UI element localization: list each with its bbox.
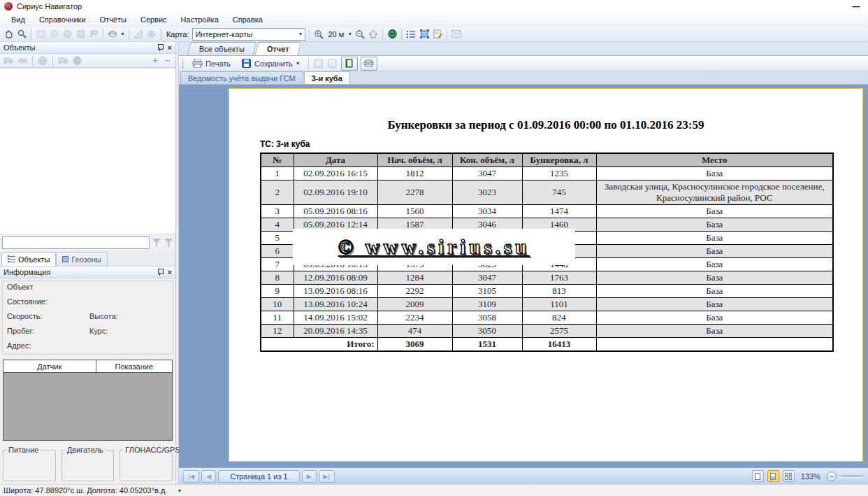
tab-geozones[interactable]: Геозоны <box>56 252 107 266</box>
ruler-icon[interactable] <box>133 29 144 40</box>
window-title: Сириус Навигатор <box>17 2 82 10</box>
tab-objects[interactable]: Объекты <box>1 252 56 266</box>
flag-icon[interactable] <box>88 29 99 40</box>
filter-input[interactable] <box>2 236 150 249</box>
map-select[interactable]: Интернет-карты ▼ <box>192 28 305 41</box>
single-page-view-button[interactable] <box>752 470 764 482</box>
save-button[interactable]: Сохранить ▼ <box>237 57 304 70</box>
report-tab-bar: Ведомость учёта выдачи ГСМ 3-и куба <box>179 71 868 85</box>
cell-number: 10 <box>261 298 294 311</box>
toolbar-separator <box>32 55 33 66</box>
minimize-button[interactable]: — <box>848 2 864 10</box>
select-circle-icon[interactable] <box>62 29 73 40</box>
first-page-button[interactable]: |◀ <box>183 470 199 483</box>
sensor-col-name: Датчик <box>3 360 96 372</box>
watermark-text: © www.sirius.su <box>338 236 530 259</box>
col-bunkering: Бункеровка, л <box>522 153 596 167</box>
table-row: 10 13.09.2016 10:24 2009 3109 1101 База <box>261 298 833 311</box>
menu-item[interactable]: Отчёты <box>93 14 133 25</box>
collapse-all-icon[interactable]: − <box>163 55 173 66</box>
pin-icon[interactable] <box>157 44 163 51</box>
fit-width-icon <box>770 473 776 480</box>
menu-item[interactable]: Справка <box>226 14 270 25</box>
info-address-label: Адрес: <box>7 341 89 350</box>
tab-report[interactable]: Отчет <box>255 42 301 55</box>
toolbar-separator <box>401 29 402 40</box>
show-on-map-icon[interactable] <box>37 55 48 66</box>
toolbar-separator <box>308 58 309 69</box>
save-icon <box>240 58 252 69</box>
zoom-tool-icon[interactable] <box>16 29 27 40</box>
zoom-slider[interactable] <box>840 475 864 477</box>
select-polygon-icon[interactable] <box>48 29 59 40</box>
cell-place: База <box>596 311 833 325</box>
filter-clear-icon[interactable] <box>164 239 173 247</box>
glonass-group: ГЛОНАСС/GPS <box>120 450 173 481</box>
help-icon[interactable]: ? <box>327 58 338 69</box>
cell-bunkering: 745 <box>522 180 596 205</box>
tab-3-kuba[interactable]: 3-и куба <box>304 71 350 84</box>
scale-value[interactable]: 20 м <box>326 30 345 38</box>
cell-number: 2 <box>261 180 294 205</box>
layers-caret-icon[interactable]: ▼ <box>120 31 125 36</box>
multi-page-icon <box>785 473 792 480</box>
fit-width-view-button[interactable] <box>767 470 779 482</box>
zoom-out-button[interactable]: − <box>827 472 837 481</box>
scale-caret-icon[interactable]: ▼ <box>347 31 352 36</box>
home-icon[interactable] <box>368 29 379 40</box>
menu-item[interactable]: Вид <box>4 14 32 25</box>
select-rect-icon[interactable] <box>35 29 46 40</box>
prev-page-button[interactable]: ◀ <box>201 470 216 483</box>
status-caret-icon[interactable]: ▼ <box>177 488 182 493</box>
table-row: 12 20.09.2016 14:35 474 3050 2575 База <box>261 325 833 338</box>
cell-number: 3 <box>261 205 294 218</box>
binoculars-icon[interactable] <box>17 55 28 66</box>
close-icon[interactable]: × <box>168 269 172 276</box>
info-altitude-label: Высота: <box>89 312 118 320</box>
add-vehicle-icon[interactable] <box>3 55 14 66</box>
geozones-icon[interactable] <box>419 29 430 40</box>
layers-icon[interactable] <box>107 29 118 40</box>
globe-icon[interactable] <box>386 29 398 40</box>
tab-all-objects[interactable]: Все объекты <box>187 42 257 55</box>
track-icon[interactable] <box>146 29 157 40</box>
page-setup-icon[interactable] <box>313 58 324 69</box>
watermark: © www.sirius.su <box>293 229 575 265</box>
globe-small-icon[interactable] <box>71 55 82 66</box>
main-toolbar: ▼ Карта: Интернет-карты ▼ 20 м ▼ <box>0 27 868 42</box>
objects-panel-header: Объекты × <box>0 42 175 54</box>
menu-item[interactable]: Сервис <box>133 14 174 25</box>
zoom-in-icon[interactable] <box>313 29 324 40</box>
cell-date: 13.09.2016 10:24 <box>294 298 377 311</box>
select-square-icon[interactable] <box>75 29 86 40</box>
table-row: 3 05.09.2016 08:16 1560 3034 1474 База <box>261 205 833 218</box>
cell-bunkering: 813 <box>522 285 596 298</box>
preview-toggle-button[interactable] <box>341 57 358 71</box>
cell-date: 02.09.2016 19:10 <box>294 180 377 205</box>
table-row: 9 13.09.2016 08:16 2292 3105 813 База <box>261 285 833 298</box>
filter-icon[interactable] <box>152 239 161 247</box>
multi-page-view-button[interactable] <box>783 470 795 482</box>
close-icon[interactable]: × <box>168 44 172 51</box>
menu-item[interactable]: Настройка <box>174 14 226 25</box>
total-start-volume: 3069 <box>377 338 452 352</box>
table-row: 2 02.09.2016 19:10 2278 3023 745 Заводск… <box>261 180 833 205</box>
cell-bunkering: 1101 <box>522 298 596 311</box>
truck-icon[interactable] <box>57 55 68 66</box>
tab-vedomost[interactable]: Ведомость учёта выдачи ГСМ <box>180 71 303 84</box>
pan-hand-icon[interactable] <box>3 29 14 40</box>
print-layout-toggle-button[interactable] <box>361 57 377 71</box>
objects-list-icon[interactable] <box>405 29 417 40</box>
next-page-button[interactable]: ▶ <box>302 470 317 483</box>
cell-number: 7 <box>261 258 294 271</box>
notes-icon[interactable] <box>432 29 443 40</box>
last-page-button[interactable]: ▶| <box>319 470 335 483</box>
page-indicator: Страница 1 из 1 <box>218 470 299 483</box>
expand-all-icon[interactable]: + <box>150 55 160 66</box>
zoom-out-icon[interactable] <box>354 29 366 40</box>
mail-icon[interactable] <box>451 29 462 40</box>
pin-icon[interactable] <box>157 269 163 276</box>
menu-item[interactable]: Справочники <box>32 14 93 25</box>
cell-date: 05.09.2016 08:16 <box>294 205 377 218</box>
print-button[interactable]: Печать <box>188 57 234 70</box>
